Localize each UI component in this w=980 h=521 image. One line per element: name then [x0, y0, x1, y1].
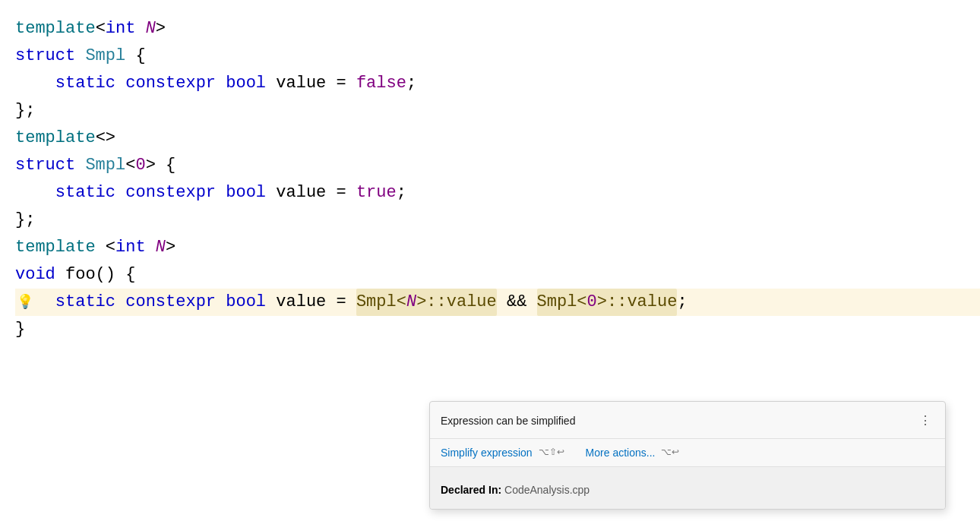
code-line-2: struct Smpl {	[15, 43, 980, 70]
simplify-expression-button[interactable]: Simplify expression	[441, 445, 533, 460]
declared-in-value: CodeAnalysis.cpp	[504, 484, 590, 496]
more-actions-button[interactable]: More actions...	[586, 445, 656, 460]
code-line-9: template <int N>	[15, 234, 980, 261]
simplify-popup: Expression can be simplified ⋮ Simplify …	[429, 401, 946, 510]
code-line-3: static constexpr bool value = false;	[15, 70, 980, 97]
code-line-4: };	[15, 97, 980, 125]
declared-in-label: Declared In:	[441, 484, 501, 496]
code-line-12: }	[15, 316, 980, 343]
keyword-template: template	[15, 15, 96, 42]
popup-footer: Declared In: CodeAnalysis.cpp	[430, 467, 945, 509]
code-line-5: template<>	[15, 125, 980, 152]
code-line-10: void foo() {	[15, 261, 980, 289]
code-editor: template<int N> struct Smpl { static con…	[0, 0, 980, 521]
code-line-6: struct Smpl<0> {	[15, 152, 980, 179]
code-line-11: 💡 static constexpr bool value = Smpl<N>:…	[15, 289, 980, 316]
simplify-shortcut: ⌥⇧↩	[539, 445, 564, 459]
popup-actions: Simplify expression ⌥⇧↩ More actions... …	[430, 439, 945, 467]
declared-in-text: Declared In: CodeAnalysis.cpp	[441, 484, 590, 496]
code-line-1: template<int N>	[15, 15, 980, 43]
popup-header: Expression can be simplified ⋮	[430, 402, 945, 439]
code-line-8: };	[15, 207, 980, 234]
popup-menu-icon[interactable]: ⋮	[916, 409, 934, 432]
more-actions-shortcut: ⌥↩	[661, 445, 679, 459]
lightbulb-icon[interactable]: 💡	[17, 292, 33, 314]
popup-title: Expression can be simplified	[441, 412, 575, 429]
code-line-7: static constexpr bool value = true;	[15, 179, 980, 207]
